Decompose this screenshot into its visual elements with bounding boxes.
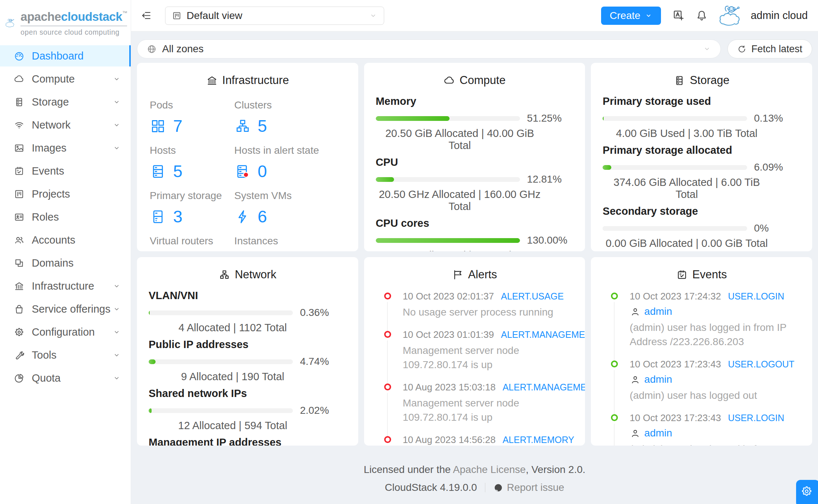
network-card: Network VLAN/VNI 0.36% 4 Allocated | 110… (137, 257, 358, 446)
user-avatar[interactable] (716, 4, 746, 27)
alert-type-link[interactable]: ALERT.MANAGEMENT (502, 382, 585, 393)
storage-card-title: Storage (603, 72, 800, 91)
sidebar-item-events[interactable]: Events (0, 160, 131, 182)
event-user-link[interactable]: admin (644, 374, 672, 385)
cloud-icon (444, 75, 455, 86)
sidebar-item-projects[interactable]: Projects (0, 183, 131, 205)
alert-type-link[interactable]: ALERT.MANAGEMENT (501, 329, 585, 340)
progress-bar (603, 165, 747, 170)
page-footer: Licensed under the Apache License, Versi… (137, 464, 812, 493)
event-type-link[interactable]: USER.LOGOUT (728, 359, 794, 370)
shopping-bag-icon (14, 304, 24, 314)
progress-bar (149, 359, 293, 364)
stat-virtual-routers[interactable]: Virtual routers 6 (150, 235, 234, 251)
event-type-link[interactable]: USER.LOGIN (728, 291, 784, 302)
sidebar-item-accounts[interactable]: Accounts (0, 229, 131, 251)
fetch-latest-button[interactable]: Fetch latest (727, 39, 812, 58)
zone-selector[interactable]: All zones (137, 39, 721, 58)
report-issue-link[interactable]: Report issue (507, 482, 564, 493)
sidebar-item-dashboard[interactable]: Dashboard (0, 45, 131, 66)
alert-dot (384, 293, 391, 299)
event-type-link[interactable]: USER.LOGIN (728, 413, 784, 423)
alert-item: 10 Oct 2023 01:01:39ALERT.MANAGEMENT Man… (376, 329, 574, 372)
alert-dot (384, 383, 391, 390)
dashboard-content: All zones Fetch latest Infrastructure (131, 31, 818, 504)
main-area: Default view Create admin cloud All zone… (131, 0, 818, 504)
view-selector-value: Default view (187, 10, 369, 22)
compute-card-title: Compute (376, 72, 574, 91)
stat-hosts[interactable]: Hosts 5 (150, 145, 234, 181)
alert-dot (384, 436, 391, 443)
stat-clusters[interactable]: Clusters 5 (234, 99, 347, 136)
theme-settings-button[interactable] (796, 480, 818, 504)
dashboard-icon (14, 51, 24, 61)
sidebar-item-service-offerings[interactable]: Service offerings (0, 298, 131, 320)
sidebar-item-storage[interactable]: Storage (0, 91, 131, 112)
gear-icon (800, 485, 813, 497)
event-dot (611, 414, 618, 421)
cloudstack-app: apachecloudstack™ open source cloud comp… (0, 0, 818, 504)
sidebar-item-tools[interactable]: Tools (0, 344, 131, 366)
metric-memory: Memory 51.25% 20.50 GiB Allocated | 40.0… (376, 95, 574, 152)
brand-logo[interactable]: apachecloudstack™ open source cloud comp… (0, 0, 131, 45)
notifications-bell-icon[interactable] (696, 9, 708, 22)
infrastructure-card-title: Infrastructure (149, 72, 347, 91)
divider (485, 483, 485, 492)
database-icon (14, 97, 24, 107)
event-user-link[interactable]: admin (644, 427, 672, 439)
event-user-link[interactable]: admin (644, 306, 672, 317)
picture-icon (14, 143, 24, 153)
github-icon (493, 483, 503, 493)
create-button[interactable]: Create (601, 7, 661, 25)
host-alert-icon (234, 163, 251, 180)
user-icon (630, 375, 640, 385)
alerts-card: Alerts 10 Oct 2023 02:01:37ALERT.USAGE N… (364, 257, 585, 446)
gear-icon (14, 327, 24, 337)
alert-type-link[interactable]: ALERT.MEMORY (502, 435, 574, 445)
sidebar-item-compute[interactable]: Compute (0, 68, 131, 89)
alert-type-link[interactable]: ALERT.USAGE (501, 291, 564, 302)
event-item: 10 Oct 2023 17:23:43USER.LOGIN admin (ad… (603, 412, 800, 446)
version-line: CloudStack 4.19.0.0 Report issue (137, 482, 812, 493)
metric-primary-storage-used: Primary storage used 0.13% 4.00 GiB Used… (603, 95, 800, 140)
stat-pods[interactable]: Pods 7 (150, 99, 234, 136)
event-dot (611, 293, 618, 299)
sidebar-item-domains[interactable]: Domains (0, 252, 131, 274)
stat-system-vms[interactable]: System VMs 6 (234, 190, 347, 226)
reload-icon (737, 45, 746, 54)
events-card-title: Events (603, 266, 800, 285)
zone-filter-bar: All zones Fetch latest (137, 39, 812, 58)
stat-instances[interactable]: Instances 12 (234, 235, 347, 251)
events-timeline: 10 Oct 2023 17:24:32USER.LOGIN admin (ad… (603, 291, 800, 446)
pie-chart-icon (14, 373, 24, 383)
event-item: 10 Oct 2023 17:24:32USER.LOGIN admin (ad… (603, 291, 800, 349)
chevron-down-icon (113, 328, 121, 336)
wifi-icon (14, 120, 24, 130)
cluster-icon (234, 118, 251, 134)
chevron-down-icon (113, 75, 121, 83)
storage-card: Storage Primary storage used 0.13% 4.00 … (591, 63, 812, 251)
sidebar-item-images[interactable]: Images (0, 137, 131, 159)
bank-icon (14, 281, 24, 291)
sidebar-item-infrastructure[interactable]: Infrastructure (0, 275, 131, 297)
thunderbolt-icon (234, 209, 251, 225)
stat-primary-storage[interactable]: Primary storage 3 (150, 190, 234, 226)
apache-license-link[interactable]: Apache License (453, 464, 525, 475)
sidebar-item-network[interactable]: Network (0, 114, 131, 135)
menu-fold-icon[interactable] (141, 10, 152, 21)
progress-bar (376, 116, 520, 121)
sidebar-item-roles[interactable]: Roles (0, 206, 131, 228)
metric-public-ip: Public IP addresses 4.74% 9 Allocated | … (149, 339, 347, 383)
chevron-down-icon (369, 12, 377, 20)
blocks-icon (14, 258, 24, 268)
alert-dot (384, 331, 391, 338)
view-selector[interactable]: Default view (165, 7, 384, 25)
alerts-card-title: Alerts (376, 266, 574, 285)
stat-hosts-alert[interactable]: Hosts in alert state 0 (234, 145, 347, 181)
version-text: CloudStack 4.19.0.0 (385, 482, 477, 493)
sidebar-item-quota[interactable]: Quota (0, 367, 131, 389)
chevron-down-icon (113, 351, 121, 359)
translate-language-icon[interactable] (673, 9, 685, 22)
calendar-check-icon (676, 269, 688, 280)
sidebar-item-configuration[interactable]: Configuration (0, 321, 131, 343)
